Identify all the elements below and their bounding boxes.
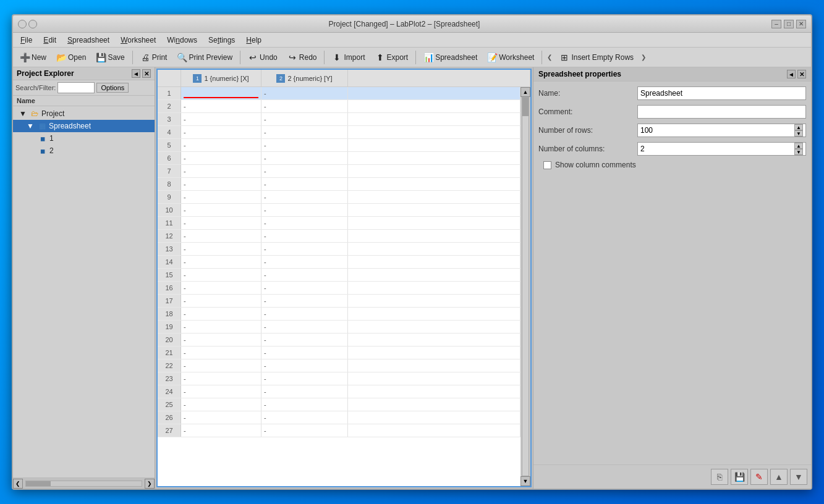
explorer-expand-btn[interactable]: ◄ (132, 69, 140, 78)
data-cell[interactable]: - (261, 359, 348, 372)
data-cell[interactable]: - (181, 346, 261, 359)
col-header-2[interactable]: 2 2 {numeric} [Y] (261, 70, 348, 86)
table-row[interactable]: 22-- (158, 359, 520, 372)
data-cell[interactable]: - (181, 372, 261, 385)
prop-comment-input[interactable] (637, 105, 806, 119)
data-cell[interactable]: - (261, 113, 348, 125)
data-cell[interactable]: - (261, 346, 348, 359)
menu-settings[interactable]: Settings (203, 35, 240, 46)
data-cell[interactable]: - (261, 139, 348, 151)
data-cell[interactable]: - (181, 191, 261, 203)
props-down-btn[interactable]: ▼ (790, 469, 807, 485)
props-expand-btn[interactable]: ◄ (787, 70, 796, 78)
search-input[interactable] (57, 82, 95, 93)
minimize-button[interactable]: – (771, 20, 781, 28)
close-button[interactable]: ✕ (796, 20, 806, 28)
redo-button[interactable]: ↪ Redo (283, 49, 321, 65)
rows-increment-btn[interactable]: ▲ (794, 124, 803, 130)
tree-item-col2[interactable]: ◼ 2 (13, 145, 155, 157)
data-cell[interactable]: - (261, 424, 348, 437)
show-comments-checkbox[interactable] (543, 161, 551, 169)
data-cell[interactable]: - (181, 178, 261, 190)
table-row[interactable]: 27-- (158, 424, 520, 437)
open-button[interactable]: 📂 Open (52, 49, 90, 65)
data-cell[interactable]: - (181, 385, 261, 398)
h-scrollbar[interactable] (25, 481, 142, 487)
data-cell[interactable]: - (261, 191, 348, 203)
table-row[interactable]: 24-- (158, 385, 520, 398)
menu-help[interactable]: Help (241, 35, 266, 46)
prop-name-input[interactable] (637, 86, 806, 100)
table-row[interactable]: 7-- (158, 165, 520, 178)
undo-button[interactable]: ↩ Undo (244, 49, 282, 65)
data-cell[interactable]: - (261, 385, 348, 398)
data-cell[interactable]: - (181, 217, 261, 229)
table-row[interactable]: 9-- (158, 191, 520, 204)
table-row[interactable]: 12-- (158, 230, 520, 243)
table-row[interactable]: 26-- (158, 411, 520, 424)
data-cell[interactable]: - (181, 424, 261, 437)
table-row[interactable]: 14-- (158, 256, 520, 269)
data-cell[interactable]: - (261, 126, 348, 138)
table-row[interactable]: 4-- (158, 126, 520, 139)
table-row[interactable]: 20-- (158, 334, 520, 346)
props-up-btn[interactable]: ▲ (770, 469, 788, 485)
table-row[interactable]: 2-- (158, 100, 520, 113)
data-cell[interactable]: - (181, 256, 261, 268)
props-edit-btn[interactable]: ✎ (750, 469, 768, 485)
data-cell[interactable]: - (261, 100, 348, 112)
cols-decrement-btn[interactable]: ▼ (794, 149, 803, 155)
table-row[interactable]: 13-- (158, 243, 520, 256)
data-cell[interactable]: - (261, 308, 348, 320)
data-cell[interactable]: - (261, 411, 348, 424)
data-cell[interactable]: - (181, 321, 261, 333)
export-button[interactable]: ⬆ Export (371, 49, 413, 65)
scroll-left-btn[interactable]: ❮ (13, 479, 23, 489)
tree-item-col1[interactable]: ◼ 1 (13, 132, 155, 145)
scroll-right-btn[interactable]: ❯ (145, 479, 155, 489)
data-cell[interactable]: - (181, 126, 261, 138)
data-cell[interactable]: - (261, 152, 348, 164)
data-cell[interactable]: - (181, 411, 261, 424)
data-cell[interactable]: - (261, 269, 348, 281)
data-cell[interactable]: - (181, 165, 261, 177)
data-cell[interactable]: - (261, 256, 348, 268)
tree-item-project[interactable]: ▼ 🗁 Project (13, 107, 155, 120)
rows-area[interactable]: 1 - 2-- 3-- 4-- 5-- (158, 87, 520, 486)
col2-resizer[interactable] (345, 70, 347, 86)
data-cell[interactable]: - (261, 165, 348, 177)
props-save-btn[interactable]: 💾 (731, 469, 748, 485)
table-row[interactable]: 25-- (158, 398, 520, 411)
data-cell[interactable]: - (261, 217, 348, 229)
rows-decrement-btn[interactable]: ▼ (794, 130, 803, 136)
restore-button[interactable]: □ (784, 20, 794, 28)
menu-windows[interactable]: Windows (162, 35, 202, 46)
data-cell[interactable]: - (261, 372, 348, 385)
worksheet-button[interactable]: 📝 Worksheet (483, 49, 538, 65)
cols-increment-btn[interactable]: ▲ (794, 143, 803, 149)
table-row[interactable]: 16-- (158, 282, 520, 295)
insert-empty-rows-button[interactable]: ⊞ Insert Empty Rows (555, 49, 638, 65)
data-cell[interactable]: - (261, 321, 348, 333)
data-cell[interactable]: - (181, 100, 261, 112)
scroll-up-btn[interactable]: ▲ (520, 87, 530, 97)
menu-spreadsheet[interactable]: Spreadsheet (62, 35, 114, 46)
col-header-1[interactable]: 1 1 {numeric} [X] (181, 70, 261, 86)
table-row[interactable]: 5-- (158, 139, 520, 152)
table-row[interactable]: 21-- (158, 346, 520, 359)
v-scroll-track[interactable] (522, 97, 529, 476)
table-row[interactable]: 11-- (158, 217, 520, 230)
new-button[interactable]: ➕ New (15, 49, 51, 65)
save-button[interactable]: 💾 Save (91, 49, 129, 65)
spreadsheet-button[interactable]: 📊 Spreadsheet (419, 49, 482, 65)
data-cell[interactable]: - (181, 139, 261, 151)
table-row[interactable]: 1 - (158, 87, 520, 100)
data-cell[interactable]: - (181, 308, 261, 320)
table-row[interactable]: 10-- (158, 204, 520, 217)
data-cell[interactable] (181, 87, 261, 99)
data-cell[interactable]: - (181, 204, 261, 216)
table-row[interactable]: 8-- (158, 178, 520, 191)
menu-worksheet[interactable]: Worksheet (116, 35, 161, 46)
scroll-down-btn[interactable]: ▼ (520, 476, 530, 486)
table-row[interactable]: 17-- (158, 295, 520, 308)
